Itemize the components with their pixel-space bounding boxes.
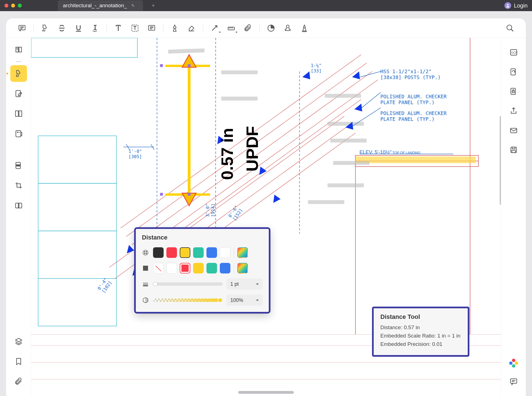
swatch-black[interactable] bbox=[153, 247, 164, 258]
svg-point-110 bbox=[144, 251, 145, 252]
bookmarks-button[interactable] bbox=[10, 353, 27, 370]
measurement-value-text: 0.57 in bbox=[218, 128, 237, 180]
svg-point-109 bbox=[143, 250, 148, 255]
svg-rect-77 bbox=[333, 161, 370, 165]
save-button[interactable] bbox=[506, 142, 521, 158]
fill-color-icon bbox=[142, 265, 149, 272]
svg-rect-79 bbox=[308, 200, 344, 204]
swatch-none[interactable] bbox=[153, 263, 164, 273]
minimize-window-button[interactable] bbox=[11, 4, 15, 8]
swatch-teal[interactable] bbox=[193, 247, 204, 258]
thickness-slider[interactable] bbox=[153, 282, 223, 286]
layers-button[interactable] bbox=[10, 333, 27, 350]
svg-rect-25 bbox=[19, 111, 22, 116]
share-button[interactable] bbox=[506, 103, 521, 119]
swatch-fill-blue[interactable] bbox=[220, 263, 230, 273]
convert-button[interactable] bbox=[506, 64, 521, 80]
svg-rect-100 bbox=[160, 193, 163, 196]
document-tab[interactable]: architectural_-_annotation_ ✎ bbox=[58, 0, 143, 11]
text-tool[interactable] bbox=[111, 21, 126, 36]
opacity-icon bbox=[142, 297, 149, 304]
dim-1-0: 1'-0" [305] bbox=[129, 149, 142, 159]
svg-line-11 bbox=[212, 26, 217, 31]
distance-info-scale: Embedded Scale Ratio: 1 in = 1 in bbox=[380, 333, 461, 339]
svg-marker-80 bbox=[302, 72, 310, 79]
swatch-blue[interactable] bbox=[206, 247, 217, 258]
document-canvas[interactable]: UPDF 0.57 in HSS 1-1/2"x1-1/2" [38x38] P… bbox=[31, 38, 501, 396]
svg-point-27 bbox=[17, 132, 18, 133]
opacity-select[interactable]: 100% bbox=[226, 295, 263, 306]
stroke-color-swatches bbox=[153, 247, 248, 258]
thickness-icon bbox=[142, 280, 149, 288]
redact-mode-button[interactable] bbox=[10, 157, 27, 174]
opacity-row: 100% bbox=[142, 295, 263, 306]
attachment-tool[interactable] bbox=[240, 21, 255, 36]
sticker-tool[interactable] bbox=[263, 21, 279, 36]
swatch-custom-stroke[interactable] bbox=[237, 247, 248, 258]
eraser-tool[interactable] bbox=[184, 21, 199, 36]
right-sidebar: OCR bbox=[501, 38, 526, 396]
callout-tool[interactable] bbox=[144, 21, 159, 36]
ocr-button[interactable]: OCR bbox=[506, 45, 521, 60]
thickness-row: 1 pt bbox=[142, 278, 263, 290]
highlight-tool[interactable] bbox=[38, 21, 53, 36]
strikethrough-tool[interactable] bbox=[54, 21, 69, 36]
svg-rect-24 bbox=[15, 111, 18, 116]
textbox-tool[interactable] bbox=[127, 21, 142, 36]
svg-rect-46 bbox=[510, 379, 517, 383]
comments-panel-button[interactable] bbox=[506, 374, 521, 389]
stroke-color-icon bbox=[142, 249, 149, 256]
avatar-icon[interactable] bbox=[504, 2, 511, 9]
maximize-window-button[interactable] bbox=[18, 4, 22, 8]
svg-marker-86 bbox=[273, 195, 280, 203]
svg-rect-70 bbox=[356, 157, 476, 163]
underline-tool[interactable] bbox=[71, 21, 86, 36]
login-button[interactable]: Login bbox=[514, 3, 528, 9]
swatch-fill-white[interactable] bbox=[166, 263, 177, 273]
close-window-button[interactable] bbox=[4, 4, 8, 8]
email-button[interactable] bbox=[506, 123, 521, 138]
squiggly-tool[interactable] bbox=[88, 21, 103, 36]
swatch-fill-teal[interactable] bbox=[206, 263, 217, 273]
distance-info-distance: Distance: 0.57 in bbox=[380, 324, 461, 331]
svg-rect-78 bbox=[327, 183, 364, 187]
thickness-select[interactable]: 1 pt bbox=[226, 278, 263, 290]
protect-button[interactable] bbox=[506, 84, 521, 99]
svg-point-112 bbox=[144, 253, 145, 254]
swatch-white[interactable] bbox=[220, 247, 230, 258]
measure-tool[interactable] bbox=[224, 21, 239, 36]
window-traffic-lights bbox=[4, 4, 22, 8]
swatch-custom-fill[interactable] bbox=[237, 263, 248, 273]
arrow-shape-tool[interactable] bbox=[207, 21, 222, 36]
comment-tool[interactable] bbox=[14, 21, 29, 36]
swatch-yellow[interactable] bbox=[180, 247, 190, 258]
svg-rect-98 bbox=[160, 64, 163, 67]
swatch-red[interactable] bbox=[166, 247, 177, 258]
svg-rect-74 bbox=[325, 94, 361, 98]
updf-logo-icon[interactable] bbox=[509, 358, 519, 368]
swatch-fill-red[interactable] bbox=[180, 263, 190, 273]
attachments-panel-button[interactable] bbox=[10, 373, 27, 390]
svg-line-20 bbox=[511, 29, 513, 31]
signature-tool[interactable] bbox=[297, 21, 312, 36]
swatch-fill-yellow[interactable] bbox=[193, 263, 204, 273]
new-tab-button[interactable]: + bbox=[149, 1, 158, 10]
stamp-tool[interactable] bbox=[280, 21, 295, 36]
compare-mode-button[interactable] bbox=[10, 197, 27, 214]
svg-rect-101 bbox=[188, 193, 191, 196]
svg-rect-26 bbox=[16, 131, 21, 137]
crop-mode-button[interactable] bbox=[10, 177, 27, 194]
document-tab-title: architectural_-_annotation_ bbox=[63, 3, 127, 9]
edit-tab-icon: ✎ bbox=[131, 3, 135, 8]
annotate-mode-button[interactable] bbox=[10, 65, 27, 82]
callout-plate-1: POLISHED ALUM. CHECKER PLATE PANEL (TYP.… bbox=[380, 94, 447, 105]
opacity-slider[interactable] bbox=[153, 299, 223, 302]
reader-mode-button[interactable] bbox=[10, 41, 27, 58]
edit-mode-button[interactable] bbox=[10, 85, 27, 102]
organize-mode-button[interactable] bbox=[10, 105, 27, 122]
form-mode-button[interactable] bbox=[10, 125, 27, 142]
pencil-tool[interactable] bbox=[167, 21, 182, 36]
search-button[interactable] bbox=[503, 21, 518, 36]
callout-hss: HSS 1-1/2"x1-1/2" [38x38] POSTS (TYP.) bbox=[380, 69, 441, 80]
svg-point-43 bbox=[515, 361, 518, 365]
